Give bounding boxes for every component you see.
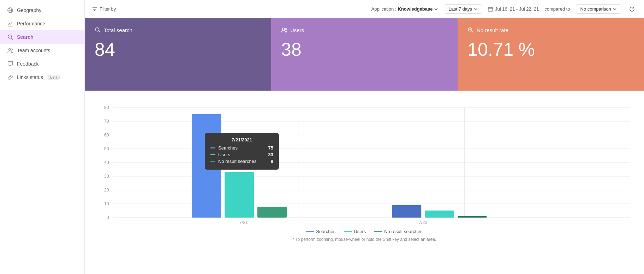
sidebar-item-team-accounts[interactable]: Team accounts xyxy=(0,44,84,57)
legend-label-no-result: No result searches xyxy=(384,229,422,234)
stat-header-total-search: Total search xyxy=(95,27,261,33)
sidebar-item-search[interactable]: Search xyxy=(0,30,84,44)
svg-line-5 xyxy=(11,38,13,40)
sidebar-item-geography[interactable]: Geography xyxy=(0,4,84,17)
app-name: Knowledgebase xyxy=(398,6,433,12)
search-stat-icon xyxy=(95,27,101,33)
svg-line-16 xyxy=(99,31,101,33)
svg-rect-43 xyxy=(192,114,221,218)
users-stat-icon xyxy=(281,27,287,33)
chart-note: * To perform zooming, mouse-wheel or hol… xyxy=(92,236,637,245)
date-range-display: Jul 16, 21 - Jul 22, 21 xyxy=(495,6,539,12)
stat-header-users: Users xyxy=(281,27,448,33)
refresh-button[interactable] xyxy=(627,4,637,14)
svg-rect-46 xyxy=(392,205,421,218)
app-prefix: Application : xyxy=(371,6,396,12)
svg-line-20 xyxy=(472,31,473,33)
svg-rect-48 xyxy=(458,216,487,218)
stat-label-no-result: No result rate xyxy=(477,27,508,33)
svg-text:40: 40 xyxy=(104,160,109,165)
svg-text:7/22: 7/22 xyxy=(419,220,428,225)
main-content: Filter by Application : Knowledgebase La… xyxy=(85,0,644,274)
stat-value-users: 38 xyxy=(281,40,448,59)
svg-point-6 xyxy=(9,49,11,50)
svg-text:10: 10 xyxy=(104,201,109,206)
svg-text:80: 80 xyxy=(104,105,109,110)
sidebar-item-links-status-label: Links status xyxy=(17,74,43,80)
chart-legend: Searches Users No result searches xyxy=(92,226,637,236)
svg-point-4 xyxy=(8,35,12,38)
stat-header-no-result: No result rate xyxy=(467,27,634,33)
legend-line-no-result xyxy=(374,231,382,232)
filter-bar: Filter by Application : Knowledgebase La… xyxy=(85,0,644,18)
svg-text:7/21: 7/21 xyxy=(239,220,248,225)
sidebar-item-geography-label: Geography xyxy=(17,7,41,13)
stat-value-total-search: 84 xyxy=(95,40,261,59)
svg-text:0: 0 xyxy=(107,215,109,220)
date-range-label: Last 7 days xyxy=(448,6,472,12)
svg-text:70: 70 xyxy=(104,118,109,124)
users-icon xyxy=(7,47,13,54)
sidebar-item-performance-label: Performance xyxy=(17,21,45,26)
svg-text:30: 30 xyxy=(104,173,109,179)
svg-text:20: 20 xyxy=(104,187,109,193)
sidebar-item-feedback[interactable]: Feedback xyxy=(0,57,84,71)
filter-by-label: Filter by xyxy=(100,6,116,12)
bar-chart: 0 10 20 30 40 50 60 70 80 xyxy=(92,98,637,225)
stats-row: Total search 84 Users 38 xyxy=(85,18,644,91)
chevron-down-icon xyxy=(434,7,438,11)
filter-by-button[interactable]: Filter by xyxy=(92,6,116,12)
application-selector: Application : Knowledgebase xyxy=(371,6,439,12)
comparison-dropdown[interactable]: No comparison xyxy=(576,4,621,14)
legend-line-users xyxy=(344,231,352,232)
stat-card-users: Users 38 xyxy=(271,18,458,91)
date-range-dropdown[interactable]: Last 7 days xyxy=(444,4,482,14)
svg-text:50: 50 xyxy=(104,146,109,151)
sidebar-item-feedback-label: Feedback xyxy=(17,61,38,67)
date-display: Jul 16, 21 - Jul 22, 21 xyxy=(488,6,539,12)
sidebar-item-team-accounts-label: Team accounts xyxy=(17,48,50,53)
stat-card-no-result: No result rate 10.71 % xyxy=(458,18,644,91)
legend-line-searches xyxy=(306,231,314,232)
link-icon xyxy=(7,74,13,80)
legend-label-users: Users xyxy=(354,229,366,234)
compared-to-label: compared to xyxy=(544,6,570,12)
comment-icon xyxy=(7,61,13,67)
svg-rect-44 xyxy=(225,172,254,218)
search-icon xyxy=(7,34,13,40)
sidebar-item-links-status[interactable]: Links status Beta xyxy=(0,71,84,84)
no-result-stat-icon xyxy=(467,27,474,33)
svg-point-18 xyxy=(285,28,287,30)
svg-point-15 xyxy=(96,28,99,31)
refresh-icon xyxy=(629,6,635,12)
stat-label-total-search: Total search xyxy=(104,27,132,33)
stat-label-users: Users xyxy=(290,27,304,33)
chart-line-icon xyxy=(7,20,13,27)
legend-item-users: Users xyxy=(344,229,366,234)
legend-item-searches: Searches xyxy=(306,229,335,234)
sidebar: Geography Performance Search Team accoun… xyxy=(0,0,85,274)
stat-card-total-search: Total search 84 xyxy=(85,18,271,91)
filter-icon xyxy=(92,6,97,12)
svg-point-7 xyxy=(11,49,13,50)
globe-icon xyxy=(7,7,13,13)
legend-label-searches: Searches xyxy=(316,229,335,234)
stat-value-no-result: 10.71 % xyxy=(467,40,634,59)
sidebar-item-performance[interactable]: Performance xyxy=(0,17,84,30)
legend-item-no-result: No result searches xyxy=(374,229,422,234)
chevron-down-icon xyxy=(613,7,617,11)
svg-rect-11 xyxy=(488,7,493,11)
beta-badge: Beta xyxy=(48,75,60,80)
sidebar-item-search-label: Search xyxy=(17,34,34,40)
svg-point-17 xyxy=(282,28,285,30)
chevron-down-icon xyxy=(473,7,478,11)
svg-text:60: 60 xyxy=(104,132,109,138)
comparison-label: No comparison xyxy=(580,6,611,12)
chart-area[interactable]: 0 10 20 30 40 50 60 70 80 xyxy=(85,91,644,274)
svg-rect-47 xyxy=(425,211,454,218)
calendar-icon xyxy=(488,7,493,12)
svg-rect-45 xyxy=(257,207,287,218)
